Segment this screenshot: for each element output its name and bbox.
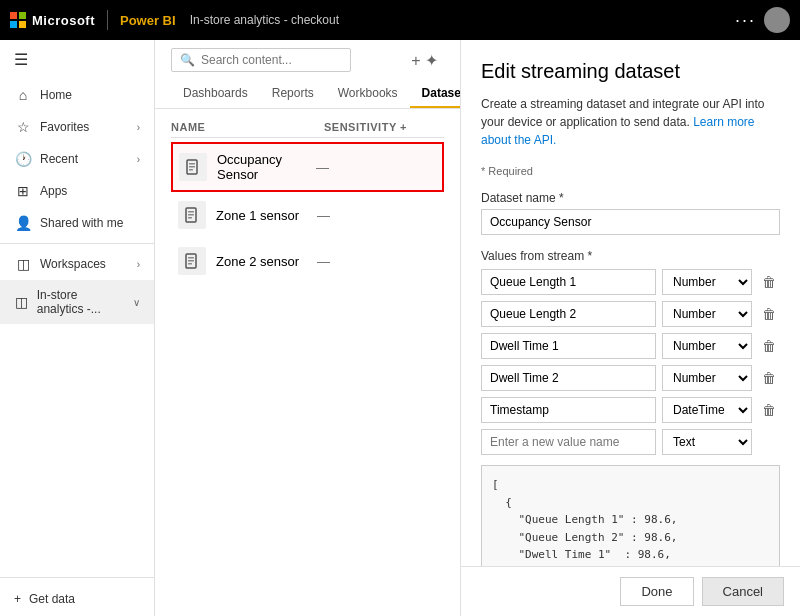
panel-body: Edit streaming dataset Create a streamin… <box>461 40 800 566</box>
stream-type-2[interactable]: NumberTextDateTimeTrue/False <box>662 301 752 327</box>
new-value-type[interactable]: TextNumberDateTimeTrue/False <box>662 429 752 455</box>
stream-type-3[interactable]: NumberTextDateTimeTrue/False <box>662 333 752 359</box>
stream-input-2[interactable] <box>481 301 656 327</box>
chevron-right-icon: › <box>137 259 140 270</box>
get-data-button[interactable]: + Get data <box>0 582 154 616</box>
microsoft-brand: Microsoft <box>32 13 95 28</box>
done-button[interactable]: Done <box>620 577 693 606</box>
dataset-file-icon <box>184 253 200 269</box>
add-button[interactable]: + ✦ <box>405 49 444 72</box>
dataset-name-label: Dataset name * <box>481 191 780 205</box>
dataset-name-occupancy: Occupancy Sensor <box>217 152 316 182</box>
stream-delete-4[interactable]: 🗑 <box>758 368 780 388</box>
stream-input-4[interactable] <box>481 365 656 391</box>
svg-rect-7 <box>188 217 192 219</box>
stream-input-1[interactable] <box>481 269 656 295</box>
dataset-name-zone1: Zone 1 sensor <box>216 208 317 223</box>
stream-row-5: NumberTextDateTimeTrue/False 🗑 <box>481 397 780 423</box>
microsoft-logo: Microsoft <box>10 12 95 28</box>
sidebar-item-recent[interactable]: 🕐 Recent › <box>0 143 154 175</box>
svg-rect-5 <box>188 211 194 213</box>
cancel-button[interactable]: Cancel <box>702 577 784 606</box>
svg-rect-3 <box>189 169 193 171</box>
col-header-name: NAME <box>171 121 324 133</box>
instore-icon: ◫ <box>14 294 29 310</box>
sidebar-bottom: + Get data <box>0 573 154 616</box>
dataset-name-input[interactable] <box>481 209 780 235</box>
sidebar-item-apps[interactable]: ⊞ Apps <box>0 175 154 207</box>
workspace-title: In-store analytics - checkout <box>190 13 339 27</box>
content-header: 🔍 + ✦ Dashboards Reports Workbooks Datas… <box>155 40 460 109</box>
get-data-icon: + <box>14 592 21 606</box>
sidebar-item-shared[interactable]: 👤 Shared with me <box>0 207 154 239</box>
stream-delete-5[interactable]: 🗑 <box>758 400 780 420</box>
dataset-list: NAME SENSITIVITY + Occupancy Sensor — <box>155 109 460 616</box>
dataset-icon-zone1 <box>178 201 206 229</box>
stream-delete-3[interactable]: 🗑 <box>758 336 780 356</box>
topbar: Microsoft Power BI In-store analytics - … <box>0 0 800 40</box>
stream-row-3: NumberTextDateTimeTrue/False 🗑 <box>481 333 780 359</box>
workspaces-icon: ◫ <box>14 256 32 272</box>
dataset-sensitivity-occupancy: — <box>316 160 436 175</box>
dataset-row-zone1[interactable]: Zone 1 sensor — <box>171 192 444 238</box>
powerbi-brand: Power BI <box>120 13 176 28</box>
sidebar-item-workspaces[interactable]: ◫ Workspaces › <box>0 248 154 280</box>
stream-delete-1[interactable]: 🗑 <box>758 272 780 292</box>
panel-footer: Done Cancel <box>461 566 800 616</box>
tab-datasets[interactable]: Datasets <box>410 80 460 108</box>
sidebar-bottom-divider <box>0 577 154 578</box>
sidebar-workspaces-label: Workspaces <box>40 257 106 271</box>
stream-row-4: NumberTextDateTimeTrue/False 🗑 <box>481 365 780 391</box>
values-label: Values from stream * <box>481 249 780 263</box>
sidebar-recent-label: Recent <box>40 152 78 166</box>
more-options-button[interactable]: ··· <box>735 10 756 31</box>
dataset-name-zone2: Zone 2 sensor <box>216 254 317 269</box>
dataset-icon-occupancy <box>179 153 207 181</box>
stream-type-4[interactable]: NumberTextDateTimeTrue/False <box>662 365 752 391</box>
stream-type-5[interactable]: NumberTextDateTimeTrue/False <box>662 397 752 423</box>
sidebar-instore-label: In-store analytics -... <box>37 288 125 316</box>
stream-input-3[interactable] <box>481 333 656 359</box>
tabs: Dashboards Reports Workbooks Datasets Da… <box>171 80 444 108</box>
search-icon: 🔍 <box>180 53 195 67</box>
svg-rect-11 <box>188 263 192 265</box>
search-input[interactable] <box>201 53 331 67</box>
sidebar-divider <box>0 243 154 244</box>
col-header-sensitivity: SENSITIVITY + <box>324 121 444 133</box>
tab-workbooks[interactable]: Workbooks <box>326 80 410 108</box>
chevron-down-icon: ∨ <box>133 297 140 308</box>
stream-delete-2[interactable]: 🗑 <box>758 304 780 324</box>
ms-grid-icon <box>10 12 26 28</box>
sidebar-shared-label: Shared with me <box>40 216 123 230</box>
content-top-row: 🔍 + ✦ <box>171 48 444 72</box>
user-avatar[interactable] <box>764 7 790 33</box>
hamburger-button[interactable]: ☰ <box>0 40 154 79</box>
sidebar-favorites-label: Favorites <box>40 120 89 134</box>
stream-type-1[interactable]: NumberTextDateTimeTrue/False <box>662 269 752 295</box>
sidebar-item-instore[interactable]: ◫ In-store analytics -... ∨ <box>0 280 154 324</box>
dataset-sensitivity-zone2: — <box>317 254 437 269</box>
new-value-input[interactable] <box>481 429 656 455</box>
dataset-row-occupancy[interactable]: Occupancy Sensor — <box>171 142 444 192</box>
sidebar-item-home[interactable]: ⌂ Home <box>0 79 154 111</box>
json-preview: [ { "Queue Length 1" : 98.6, "Queue Leng… <box>481 465 780 566</box>
panel-title: Edit streaming dataset <box>481 60 780 83</box>
get-data-label: Get data <box>29 592 75 606</box>
sidebar-home-label: Home <box>40 88 72 102</box>
stream-row-1: NumberTextDateTimeTrue/False 🗑 <box>481 269 780 295</box>
home-icon: ⌂ <box>14 87 32 103</box>
dataset-sensitivity-zone1: — <box>317 208 437 223</box>
tab-dashboards[interactable]: Dashboards <box>171 80 260 108</box>
dataset-icon-zone2 <box>178 247 206 275</box>
tab-reports[interactable]: Reports <box>260 80 326 108</box>
content-area: 🔍 + ✦ Dashboards Reports Workbooks Datas… <box>155 40 460 616</box>
search-box[interactable]: 🔍 <box>171 48 351 72</box>
sidebar: ☰ ⌂ Home ☆ Favorites › 🕐 Recent › ⊞ Apps… <box>0 40 155 616</box>
shared-icon: 👤 <box>14 215 32 231</box>
svg-rect-9 <box>188 257 194 259</box>
stream-row-new: TextNumberDateTimeTrue/False 🗑 <box>481 429 780 455</box>
topbar-divider <box>107 10 108 30</box>
stream-input-5[interactable] <box>481 397 656 423</box>
sidebar-item-favorites[interactable]: ☆ Favorites › <box>0 111 154 143</box>
dataset-row-zone2[interactable]: Zone 2 sensor — <box>171 238 444 284</box>
